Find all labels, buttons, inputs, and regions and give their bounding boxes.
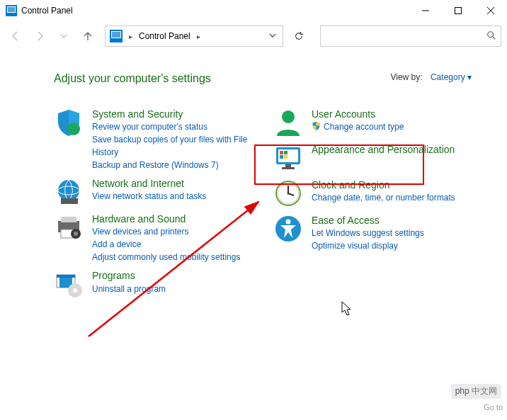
link-programs[interactable]: Programs bbox=[92, 269, 166, 282]
control-panel-icon bbox=[6, 5, 17, 16]
up-button[interactable] bbox=[78, 26, 98, 46]
svg-rect-34 bbox=[282, 167, 295, 169]
svg-point-41 bbox=[286, 220, 291, 225]
svg-rect-22 bbox=[57, 275, 75, 278]
link-file-history[interactable]: Save backup copies of your files with Fi… bbox=[92, 133, 259, 159]
view-by: View by: Category ▾ bbox=[390, 72, 472, 82]
monitor-icon bbox=[273, 143, 303, 173]
link-change-date-time[interactable]: Change date, time, or number formats bbox=[312, 191, 455, 204]
svg-rect-2 bbox=[8, 7, 15, 12]
chevron-right-icon[interactable]: ▸ bbox=[127, 33, 135, 40]
svg-rect-15 bbox=[61, 198, 78, 204]
address-bar[interactable]: ▸ Control Panel ▸ bbox=[105, 25, 283, 47]
breadcrumb-control-panel[interactable]: Control Panel bbox=[139, 31, 190, 41]
uac-shield-icon bbox=[312, 121, 321, 132]
svg-rect-31 bbox=[280, 155, 283, 159]
toolbar: ▸ Control Panel ▸ bbox=[0, 21, 507, 51]
category-user-accounts: User Accounts Change account type bbox=[273, 108, 479, 137]
link-devices-printers[interactable]: View devices and printers bbox=[92, 225, 240, 238]
shield-icon bbox=[54, 108, 84, 137]
recent-dropdown-icon[interactable] bbox=[54, 26, 74, 46]
view-by-dropdown[interactable]: Category ▾ bbox=[431, 72, 472, 82]
svg-line-11 bbox=[493, 36, 496, 39]
view-by-label: View by: bbox=[390, 72, 422, 82]
goto-label: Go to bbox=[484, 403, 503, 412]
link-appearance-personalization[interactable]: Appearance and Personalization bbox=[312, 143, 455, 156]
link-user-accounts[interactable]: User Accounts bbox=[312, 108, 404, 120]
link-network-internet[interactable]: Network and Internet bbox=[92, 177, 206, 190]
link-add-device[interactable]: Add a device bbox=[92, 238, 240, 251]
svg-point-12 bbox=[67, 123, 80, 135]
search-input[interactable] bbox=[320, 25, 501, 47]
category-programs: Programs Uninstall a program bbox=[54, 269, 259, 299]
category-system-security: System and Security Review your computer… bbox=[54, 108, 259, 171]
svg-point-10 bbox=[488, 31, 494, 37]
minimize-button[interactable] bbox=[409, 0, 442, 21]
link-change-account-type[interactable]: Change account type bbox=[324, 120, 404, 133]
svg-rect-4 bbox=[455, 8, 462, 14]
category-ease-of-access: Ease of Access Let Windows suggest setti… bbox=[273, 214, 479, 252]
link-ease-of-access[interactable]: Ease of Access bbox=[312, 214, 424, 227]
category-network: Network and Internet View network status… bbox=[54, 177, 259, 207]
accessibility-icon bbox=[273, 214, 303, 244]
category-appearance: Appearance and Personalization bbox=[273, 143, 479, 173]
control-panel-mini-icon bbox=[110, 30, 123, 42]
link-uninstall[interactable]: Uninstall a program bbox=[92, 283, 166, 295]
link-backup-restore[interactable]: Backup and Restore (Windows 7) bbox=[92, 159, 259, 171]
printer-icon bbox=[54, 212, 84, 242]
watermark: php php 中文网中文网 bbox=[451, 384, 501, 399]
clock-icon bbox=[273, 178, 303, 208]
link-hardware-sound[interactable]: Hardware and Sound bbox=[92, 212, 240, 225]
link-suggest-settings[interactable]: Let Windows suggest settings bbox=[312, 227, 424, 239]
globe-icon bbox=[54, 177, 84, 207]
svg-rect-9 bbox=[112, 32, 120, 38]
left-column: System and Security Review your computer… bbox=[54, 108, 259, 305]
svg-point-13 bbox=[58, 180, 79, 201]
programs-icon bbox=[54, 269, 84, 299]
category-clock-region: Clock and Region Change date, time, or n… bbox=[273, 178, 479, 208]
search-icon bbox=[486, 30, 496, 42]
svg-point-39 bbox=[287, 193, 290, 195]
close-button[interactable] bbox=[474, 0, 507, 21]
link-mobility-settings[interactable]: Adjust commonly used mobility settings bbox=[92, 251, 240, 263]
svg-rect-33 bbox=[285, 164, 291, 167]
maximize-button[interactable] bbox=[442, 0, 474, 21]
link-optimize-display[interactable]: Optimize visual display bbox=[312, 239, 424, 252]
svg-rect-17 bbox=[61, 217, 76, 222]
back-button[interactable] bbox=[6, 26, 25, 46]
link-system-security[interactable]: System and Security bbox=[92, 108, 259, 120]
svg-point-20 bbox=[74, 232, 78, 236]
chevron-right-icon[interactable]: ▸ bbox=[195, 33, 203, 40]
category-hardware: Hardware and Sound View devices and prin… bbox=[54, 212, 259, 263]
svg-rect-32 bbox=[284, 155, 287, 159]
svg-point-26 bbox=[282, 110, 295, 123]
address-dropdown-icon[interactable] bbox=[267, 32, 278, 40]
window-title: Control Panel bbox=[21, 6, 73, 16]
window-controls bbox=[409, 0, 507, 21]
link-clock-region[interactable]: Clock and Region bbox=[312, 178, 455, 191]
user-icon bbox=[273, 108, 303, 137]
link-review-status[interactable]: Review your computer's status bbox=[92, 120, 259, 133]
svg-rect-30 bbox=[284, 151, 287, 154]
right-column: User Accounts Change account type Appear… bbox=[273, 108, 479, 305]
svg-point-25 bbox=[73, 288, 77, 293]
link-network-status[interactable]: View network status and tasks bbox=[92, 190, 206, 203]
svg-rect-29 bbox=[280, 151, 283, 154]
refresh-button[interactable] bbox=[287, 25, 310, 47]
forward-button[interactable] bbox=[30, 26, 50, 46]
content-area: Adjust your computer's settings View by:… bbox=[0, 51, 507, 305]
titlebar: Control Panel bbox=[0, 0, 507, 21]
